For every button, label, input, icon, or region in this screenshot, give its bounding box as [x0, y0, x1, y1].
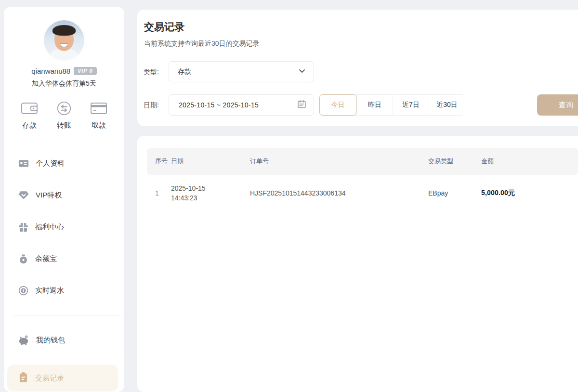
- money-bag-icon: [18, 254, 28, 264]
- row-index: 1: [147, 189, 171, 197]
- range-7days-button[interactable]: 近7日: [393, 95, 429, 115]
- piggy-bank-icon: [18, 335, 29, 345]
- range-30days-button[interactable]: 近30日: [429, 95, 465, 115]
- wallet-icon: [20, 101, 39, 116]
- range-today-button[interactable]: 今日: [319, 94, 356, 116]
- header-order: 订单号: [250, 157, 428, 166]
- query-button[interactable]: 查询: [537, 94, 578, 116]
- table-row: 1 2025-10-15 14:43:23 HJSF20251015144323…: [147, 180, 578, 207]
- date-label: 日期:: [144, 94, 159, 116]
- chevron-down-icon: [297, 66, 307, 78]
- header-index: 序号: [147, 157, 171, 166]
- date-range-group: 今日 昨日 近7日 近30日: [319, 94, 465, 116]
- row-amount: 5,000.00元: [481, 189, 578, 197]
- quick-actions: 存款 转账 取款: [15, 101, 113, 130]
- header-amount: 金额: [481, 157, 578, 166]
- join-days-text: 加入华体会体育第5天: [4, 79, 124, 88]
- type-select-value: 存款: [178, 67, 191, 76]
- sidebar-item-yuebao[interactable]: 余额宝: [18, 251, 124, 266]
- type-select[interactable]: 存款: [169, 61, 314, 82]
- vip-gem-icon: [18, 191, 29, 200]
- sidebar-item-label: 个人资料: [36, 159, 65, 168]
- id-card-icon: [18, 159, 29, 168]
- sidebar-item-label: 我的钱包: [36, 336, 65, 345]
- sidebar-item-rebate[interactable]: 实时返水: [18, 283, 124, 298]
- sidebar-item-wallet[interactable]: 我的钱包: [18, 333, 124, 347]
- avatar: [44, 20, 84, 61]
- type-label: 类型:: [144, 61, 159, 82]
- row-date-day: 2025-10-15: [171, 183, 250, 193]
- results-panel: 序号 日期 订单号 交易类型 金额 1 2025-10-15 14:43:23 …: [137, 136, 578, 392]
- sidebar-item-label: 实时返水: [35, 286, 64, 295]
- calendar-icon: [297, 99, 307, 111]
- date-range-value: 2025-10-15 ~ 2025-10-15: [179, 101, 259, 109]
- sidebar-item-label: 交易记录: [35, 374, 64, 383]
- sidebar-item-transactions-active[interactable]: 交易记录: [7, 365, 118, 392]
- coin-icon: [18, 286, 28, 296]
- quick-action-label: 转账: [57, 121, 71, 130]
- sidebar-menu: 个人资料 VIP特权 福利中心 余额宝 实时返水: [4, 156, 124, 298]
- range-yesterday-button[interactable]: 昨日: [356, 95, 393, 115]
- sidebar-menu-bottom: 我的钱包: [4, 333, 124, 347]
- sidebar-item-label: 余额宝: [35, 254, 57, 263]
- deposit-button[interactable]: 存款: [15, 101, 43, 130]
- table-header: 序号 日期 订单号 交易类型 金额: [147, 148, 578, 175]
- page-title: 交易记录: [144, 20, 184, 34]
- transfer-button[interactable]: 转账: [50, 101, 78, 130]
- sidebar-item-label: VIP特权: [36, 191, 62, 200]
- gift-icon: [18, 222, 28, 232]
- quick-action-label: 存款: [22, 121, 37, 130]
- date-range-input[interactable]: 2025-10-15 ~ 2025-10-15: [169, 94, 314, 116]
- header-type: 交易类型: [428, 157, 481, 166]
- withdraw-button[interactable]: 取款: [85, 101, 113, 130]
- filter-panel: 交易记录 当前系统支持查询最近30日的交易记录 类型: 存款 日期: 2025-…: [137, 10, 578, 126]
- row-date-time: 14:43:23: [171, 193, 250, 203]
- username: qianwanu88: [31, 67, 70, 75]
- sidebar: qianwanu88 VIP 0 加入华体会体育第5天 存款: [4, 7, 124, 392]
- transfer-icon: [56, 101, 72, 116]
- bank-card-icon: [90, 101, 108, 116]
- vip-badge: VIP 0: [74, 67, 97, 75]
- sidebar-item-label: 福利中心: [35, 222, 64, 232]
- row-date: 2025-10-15 14:43:23: [171, 183, 250, 203]
- header-date: 日期: [171, 157, 250, 166]
- quick-action-label: 取款: [92, 121, 106, 130]
- sidebar-item-profile[interactable]: 个人资料: [18, 156, 124, 170]
- row-order-number: HJSF202510151443233006134: [250, 189, 428, 197]
- sidebar-divider: [13, 315, 121, 315]
- receipt-icon: [18, 372, 28, 385]
- sidebar-item-vip[interactable]: VIP特权: [18, 188, 124, 202]
- sidebar-item-benefits[interactable]: 福利中心: [18, 220, 124, 234]
- page-subtitle: 当前系统支持查询最近30日的交易记录: [144, 39, 260, 48]
- row-transaction-type: EBpay: [428, 189, 481, 197]
